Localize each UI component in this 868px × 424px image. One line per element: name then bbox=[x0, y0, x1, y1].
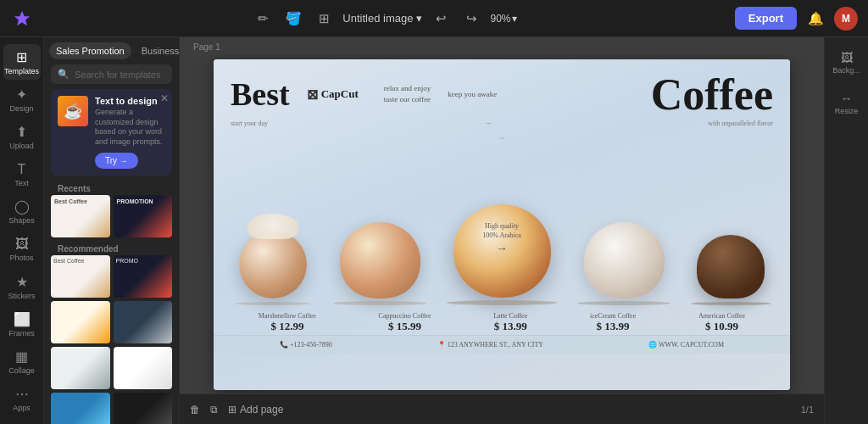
canvas-coffee-text: Coffee bbox=[505, 70, 773, 120]
template-thumb-1[interactable]: Best Coffee bbox=[51, 255, 110, 298]
price-american: American Coffee $ 10.99 bbox=[698, 312, 745, 333]
canvas-keepawake-text: keep you awake bbox=[439, 89, 505, 100]
zoom-control[interactable]: 90% ▾ bbox=[490, 13, 517, 25]
ai-banner-title: Text to design bbox=[95, 96, 165, 106]
template-thumb-4[interactable] bbox=[114, 301, 173, 343]
price-latte: Latte Coffee $ 13.99 bbox=[493, 312, 527, 333]
icecream-cup: ~ bbox=[584, 222, 665, 298]
recents-grid: Best Coffee PROMOTION bbox=[51, 195, 172, 237]
canvas-footer: 📞 +123-456-7890 📍 123 ANYWHERE ST., ANY … bbox=[214, 335, 790, 354]
price-icecream: iceCream Coffee $ 13.99 bbox=[590, 312, 636, 333]
search-icon: 🔍 bbox=[58, 69, 70, 80]
canvas[interactable]: Best ⊠ CapCut relax and enjoy taste our … bbox=[214, 59, 790, 390]
search-bar: 🔍 bbox=[51, 64, 172, 84]
footer-website: 🌐 WWW. CAPCUT.COM bbox=[648, 341, 724, 349]
sidebar-item-upload[interactable]: ⬆ Upload bbox=[3, 119, 41, 154]
template-thumb-recent-2[interactable]: PROMOTION bbox=[114, 195, 173, 237]
sidebar-item-apps[interactable]: ⋯ Apps bbox=[3, 382, 41, 417]
sidebar-item-photos[interactable]: 🖼 Photos bbox=[3, 232, 41, 267]
avatar[interactable]: M bbox=[834, 7, 858, 31]
sidebar-item-stickers[interactable]: ★ Stickers bbox=[3, 269, 41, 304]
right-panel: 🖼 Backg... ↔ Resize bbox=[824, 37, 868, 424]
ai-banner-thumb: ☕ bbox=[58, 96, 88, 126]
ai-banner-desc: Generate a customized design based on yo… bbox=[95, 108, 165, 148]
doc-title[interactable]: Untitled image ▾ bbox=[342, 12, 422, 25]
footer-address: 📍 123 ANYWHERE ST., ANY CITY bbox=[437, 341, 543, 349]
export-button[interactable]: Export bbox=[735, 7, 797, 30]
logo bbox=[10, 7, 34, 31]
delete-page-button[interactable]: 🗑 bbox=[190, 404, 200, 416]
template-thumb-6[interactable] bbox=[114, 347, 173, 389]
notification-bell[interactable]: 🔔 bbox=[804, 7, 827, 31]
template-scroll: Recents Best Coffee PROMOTION Recommende… bbox=[44, 181, 179, 424]
bottombar: 🗑 ⧉ ⊞ Add page 1/1 bbox=[180, 393, 824, 424]
sidebar-item-text[interactable]: T Text bbox=[3, 157, 41, 192]
canvas-photos-row: High quality 100% Arabica → ~ bbox=[214, 127, 790, 305]
ai-banner-close[interactable]: ✕ bbox=[160, 92, 169, 104]
ai-try-button[interactable]: Try → bbox=[95, 153, 138, 169]
sidebar-item-frames[interactable]: ⬜ Frames bbox=[3, 306, 41, 342]
fill-tool[interactable]: 🪣 bbox=[281, 7, 305, 31]
canvas-design: Best ⊠ CapCut relax and enjoy taste our … bbox=[214, 59, 790, 390]
topbar: ✏ 🪣 ⊞ Untitled image ▾ ↩ ↪ 90% ▾ Export … bbox=[0, 0, 868, 37]
price-marshmellow: Marshmellow Coffee $ 12.99 bbox=[259, 312, 316, 333]
add-page-button[interactable]: ⊞ Add page bbox=[228, 404, 283, 416]
panel-tabs: Sales Promotion Business Be... bbox=[44, 37, 179, 59]
redo-button[interactable]: ↪ bbox=[459, 7, 483, 31]
sidebar-item-shapes[interactable]: ◯ Shapes bbox=[3, 194, 41, 230]
layout-tool[interactable]: ⊞ bbox=[312, 7, 336, 31]
high-quality-label: High quality 100% Arabica → bbox=[482, 221, 521, 257]
undo-button[interactable]: ↩ bbox=[429, 7, 453, 31]
template-thumb-8[interactable] bbox=[114, 393, 173, 424]
canvas-start-day: start your day bbox=[231, 120, 268, 127]
footer-phone: 📞 +123-456-7890 bbox=[280, 341, 332, 349]
copy-page-button[interactable]: ⧉ bbox=[210, 404, 218, 416]
template-thumb-7[interactable] bbox=[51, 393, 110, 424]
ai-banner: ☕ Text to design Generate a customized d… bbox=[51, 89, 172, 176]
tab-sales-promotion[interactable]: Sales Promotion bbox=[49, 42, 131, 59]
search-input[interactable] bbox=[75, 70, 180, 80]
canvas-best-text: Best bbox=[231, 75, 290, 113]
left-panel: Sales Promotion Business Be... 🔍 ☕ Text … bbox=[44, 37, 180, 424]
sidebar-item-design[interactable]: ✦ Design bbox=[3, 81, 41, 117]
cursor-tool[interactable]: ✏ bbox=[251, 7, 275, 31]
canvas-prices-row: Marshmellow Coffee $ 12.99 Cappuccino Co… bbox=[214, 305, 790, 335]
page-count: 1/1 bbox=[801, 404, 814, 415]
american-cup bbox=[697, 235, 765, 298]
main: ⊞ Templates ✦ Design ⬆ Upload T Text ◯ S… bbox=[0, 37, 868, 424]
sidebar-item-collage[interactable]: ▦ Collage bbox=[3, 344, 41, 380]
canvas-relax-text: relax and enjoy taste our coffee bbox=[376, 83, 439, 104]
sidebar-item-templates[interactable]: ⊞ Templates bbox=[3, 44, 41, 80]
canvas-area: Page 1 Best ⊠ CapCut relax and enjoy tas… bbox=[180, 37, 824, 424]
icon-rail: ⊞ Templates ✦ Design ⬆ Upload T Text ◯ S… bbox=[0, 37, 44, 424]
background-panel-item[interactable]: 🖼 Backg... bbox=[828, 44, 865, 81]
template-thumb-5[interactable] bbox=[51, 347, 110, 389]
template-thumb-2[interactable]: PROMO bbox=[114, 255, 173, 298]
recommended-label: Recommended bbox=[51, 241, 172, 255]
marshmellow-cup bbox=[239, 231, 307, 298]
tab-business[interactable]: Business bbox=[135, 42, 180, 59]
canvas-capcut-logo: ⊠ CapCut bbox=[290, 86, 376, 103]
resize-panel-item[interactable]: ↔ Resize bbox=[828, 85, 865, 122]
price-cappuccino: Cappuccino Coffee $ 15.99 bbox=[379, 312, 431, 333]
canvas-unparalleled: with unparalleled flavor bbox=[708, 120, 773, 127]
page-label: Page 1 bbox=[180, 37, 824, 55]
recents-label: Recents bbox=[51, 181, 172, 195]
topbar-center: ✏ 🪣 ⊞ Untitled image ▾ ↩ ↪ 90% ▾ bbox=[41, 7, 728, 31]
recommended-grid: Best Coffee PROMO THE NEW MATTRESS bbox=[51, 255, 172, 424]
canvas-wrapper: Best ⊠ CapCut relax and enjoy taste our … bbox=[180, 55, 824, 393]
cappuccino-cup bbox=[340, 222, 420, 298]
template-thumb-3[interactable] bbox=[51, 301, 110, 343]
template-thumb-recent-1[interactable]: Best Coffee bbox=[51, 195, 110, 237]
